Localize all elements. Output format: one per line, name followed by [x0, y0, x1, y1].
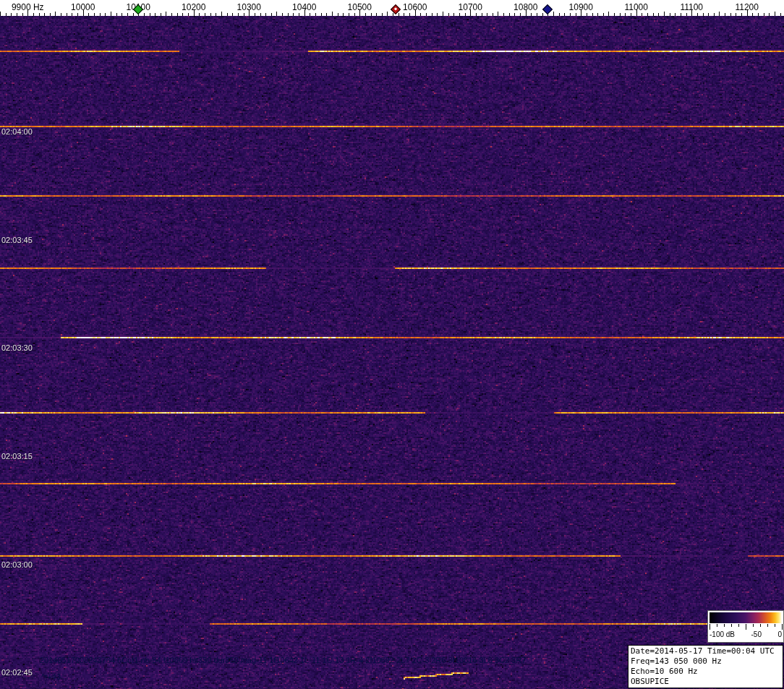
- freq-label: 11100: [680, 2, 703, 12]
- freq-label: 10200: [182, 2, 205, 12]
- frequency-ruler: 9900 Hz100001010010200103001040010500106…: [0, 0, 784, 16]
- detection-info-text: 20140517000243764 hCnt1 nb-84 f10669 hit…: [40, 656, 526, 664]
- info-line-echo: Echo=10 600 Hz: [631, 667, 780, 677]
- freq-label: 10500: [348, 2, 372, 12]
- colorbar-tick: [775, 624, 775, 627]
- colorbar-gradient: [710, 612, 782, 623]
- time-cursor-text: ^t+43: [41, 672, 61, 681]
- info-line-date: Date=2014-05-17 Time=00:04 UTC: [631, 646, 780, 656]
- colorbar-tick: [760, 624, 761, 627]
- freq-label: 9900 Hz: [12, 2, 44, 12]
- freq-marker-inner: [394, 7, 397, 10]
- colorbar-tick: [767, 624, 768, 627]
- colorbar-tick: [753, 624, 754, 627]
- info-line-station: OBSUPICE: [631, 677, 780, 687]
- db-colorbar-legend: -100 dB -50 0: [707, 610, 784, 643]
- colorbar-tick: [746, 624, 746, 630]
- colorbar-label-mid: -50: [751, 630, 762, 638]
- colorbar-tick: [724, 624, 725, 627]
- colorbar-tick: [717, 624, 717, 627]
- freq-label: 11200: [735, 2, 758, 12]
- freq-label: 10000: [71, 2, 95, 12]
- freq-label: 10800: [514, 2, 537, 12]
- time-label: 02:03:45: [1, 236, 33, 244]
- colorbar-tick: [731, 624, 732, 627]
- info-line-freq: Freq=143 050 000 Hz: [631, 656, 780, 667]
- colorbar-label-max: 0: [777, 630, 782, 638]
- time-label: 02:02:45: [1, 668, 33, 677]
- time-label: 02:03:00: [1, 560, 33, 569]
- status-info-box: Date=2014-05-17 Time=00:04 UTC Freq=143 …: [628, 645, 783, 688]
- freq-label: 10700: [459, 2, 482, 12]
- time-label: 02:03:15: [1, 452, 33, 461]
- colorbar-tick: [710, 624, 710, 630]
- freq-label: 10300: [237, 2, 261, 12]
- time-label: 02:04:00: [1, 127, 33, 136]
- spectrogram-canvas: [0, 16, 784, 689]
- time-label: 02:03:30: [1, 343, 33, 352]
- colorbar-tick: [738, 624, 739, 627]
- colorbar-tick: [782, 624, 783, 630]
- colorbar-labels: -100 dB -50 0: [710, 630, 782, 638]
- colorbar-ticks: [710, 624, 782, 630]
- freq-label: 10600: [403, 2, 427, 12]
- freq-label: 11000: [624, 2, 647, 12]
- freq-label: 10400: [292, 2, 316, 12]
- freq-label: 10900: [569, 2, 593, 12]
- colorbar-label-min: -100 dB: [710, 630, 735, 638]
